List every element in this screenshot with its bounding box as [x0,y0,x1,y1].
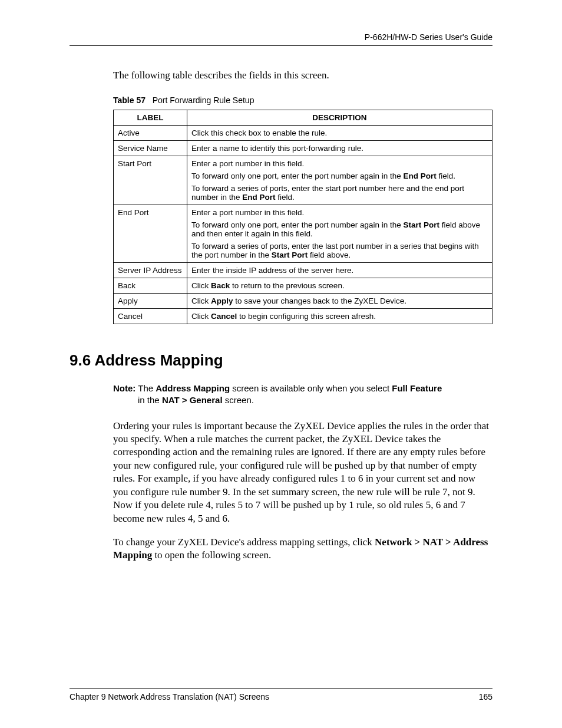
table-caption: Table 57 Port Forwarding Rule Setup [113,95,492,105]
guide-title: P-662H/HW-D Series User's Guide [365,32,492,42]
table-row: Cancel Click Cancel to begin configuring… [114,309,492,324]
desc-p2: To forward only one port, enter the port… [191,220,488,238]
row-label: Service Name [114,141,187,156]
section-heading: 9.6 Address Mapping [70,351,492,370]
header-label: LABEL [114,110,187,126]
table-row: Active Click this check box to enable th… [114,126,492,141]
desc-p1: Enter a port number in this field. [191,159,488,168]
table-row: Service Name Enter a name to identify th… [114,141,492,156]
table-header-row: LABEL DESCRIPTION [114,110,492,126]
document-page: P-662H/HW-D Series User's Guide The foll… [0,0,562,728]
row-desc: Enter a name to identify this port-forwa… [187,141,492,156]
desc-p3: To forward a series of ports, enter the … [191,184,488,202]
row-desc: Enter a port number in this field. To fo… [187,205,492,263]
body-paragraph-2: To change your ZyXEL Device's address ma… [113,536,492,562]
table-number: Table 57 [113,95,146,105]
row-label: Back [114,278,187,294]
desc-p1: Enter a port number in this field. [191,208,488,217]
port-forwarding-table: LABEL DESCRIPTION Active Click this chec… [113,110,492,324]
row-label: Apply [114,294,187,309]
row-label: Start Port [114,156,187,205]
table-row: Server IP Address Enter the inside IP ad… [114,263,492,278]
row-label: Active [114,126,187,141]
note-block: Note: The Address Mapping screen is avai… [113,383,492,407]
row-desc: Click Cancel to begin configuring this s… [187,309,492,324]
row-label: Server IP Address [114,263,187,278]
intro-paragraph: The following table describes the fields… [113,70,492,81]
row-desc: Click Back to return to the previous scr… [187,278,492,294]
note-line2: in the NAT > General screen. [138,394,492,406]
table-row: Back Click Back to return to the previou… [114,278,492,294]
row-desc: Enter the inside IP address of the serve… [187,263,492,278]
page-footer: Chapter 9 Network Address Translation (N… [70,688,492,701]
note-label: Note: [113,383,135,393]
table-row: End Port Enter a port number in this fie… [114,205,492,263]
row-desc: Click this check box to enable the rule. [187,126,492,141]
row-label: Cancel [114,309,187,324]
table-row: Start Port Enter a port number in this f… [114,156,492,205]
footer-chapter: Chapter 9 Network Address Translation (N… [70,692,269,701]
footer-page-number: 165 [479,692,492,701]
page-header: P-662H/HW-D Series User's Guide [70,32,492,46]
table-title: Port Forwarding Rule Setup [153,95,254,105]
row-label: End Port [114,205,187,263]
table-row: Apply Click Apply to save your changes b… [114,294,492,309]
row-desc: Click Apply to save your changes back to… [187,294,492,309]
desc-p2: To forward only one port, enter the port… [191,172,488,180]
desc-p3: To forward a series of ports, enter the … [191,242,488,259]
body-paragraph-1: Ordering your rules is important because… [113,420,492,526]
header-description: DESCRIPTION [187,110,492,126]
row-desc: Enter a port number in this field. To fo… [187,156,492,205]
